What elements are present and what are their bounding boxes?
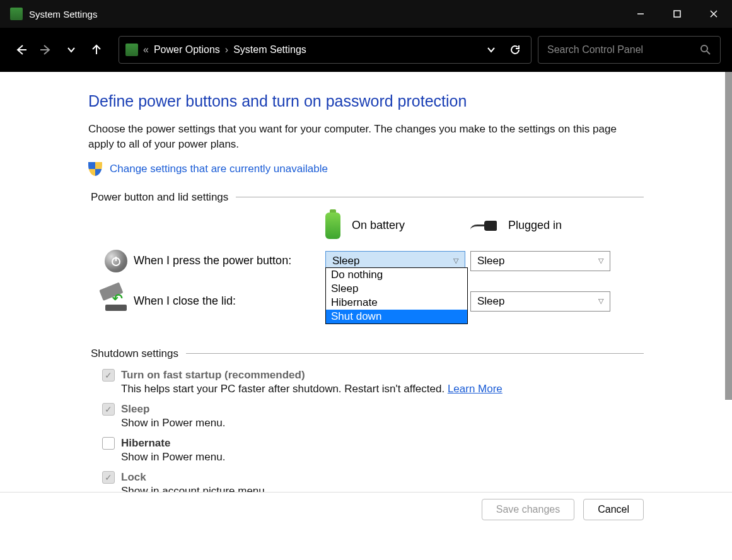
menu-option-do-nothing[interactable]: Do nothing bbox=[326, 268, 467, 282]
learn-more-link[interactable]: Learn More bbox=[448, 383, 503, 395]
back-button[interactable] bbox=[11, 40, 30, 59]
col-plugged-in-label: Plugged in bbox=[508, 219, 562, 232]
maximize-button[interactable] bbox=[659, 0, 695, 28]
breadcrumb[interactable]: « Power Options › System Settings bbox=[119, 36, 532, 64]
close-lid-plugged-in-dropdown[interactable]: Sleep ▽ bbox=[470, 291, 610, 312]
breadcrumb-sep: › bbox=[225, 44, 228, 55]
up-button[interactable] bbox=[87, 40, 106, 59]
hibernate-checkbox[interactable] bbox=[102, 437, 115, 450]
lock-label: Lock bbox=[121, 471, 146, 484]
power-button-plugged-in-dropdown[interactable]: Sleep ▽ bbox=[470, 251, 610, 271]
power-button-label: When I press the power button: bbox=[134, 254, 325, 267]
minimize-button[interactable] bbox=[622, 0, 659, 28]
titlebar: System Settings bbox=[0, 0, 732, 28]
page-intro: Choose the power settings that you want … bbox=[88, 122, 644, 152]
divider bbox=[236, 197, 644, 197]
col-on-battery-label: On battery bbox=[352, 219, 405, 232]
save-changes-button[interactable]: Save changes bbox=[482, 499, 574, 520]
footer: Save changes Cancel bbox=[0, 492, 732, 526]
breadcrumb-item-power-options[interactable]: Power Options bbox=[154, 44, 220, 55]
hibernate-label: Hibernate bbox=[121, 437, 170, 450]
search-placeholder: Search Control Panel bbox=[547, 44, 694, 55]
svg-rect-1 bbox=[674, 11, 680, 17]
plug-icon bbox=[470, 219, 497, 232]
fast-startup-checkbox[interactable]: ✓ bbox=[102, 369, 115, 382]
group-shutdown-legend: Shutdown settings bbox=[91, 347, 178, 360]
breadcrumb-item-system-settings[interactable]: System Settings bbox=[233, 44, 306, 55]
breadcrumb-prefix: « bbox=[143, 44, 149, 55]
chevron-down-icon: ▽ bbox=[598, 257, 603, 265]
power-button-plugged-in-value: Sleep bbox=[477, 255, 598, 267]
svg-point-4 bbox=[701, 45, 707, 52]
navbar: « Power Options › System Settings Search… bbox=[0, 28, 732, 72]
page-title: Define power buttons and turn on passwor… bbox=[88, 92, 644, 110]
menu-option-sleep[interactable]: Sleep bbox=[326, 282, 467, 296]
search-icon bbox=[700, 44, 711, 55]
power-button-on-battery-value: Sleep bbox=[332, 255, 453, 267]
forward-button[interactable] bbox=[37, 40, 55, 59]
lock-checkbox[interactable]: ✓ bbox=[102, 471, 115, 484]
chevron-down-icon: ▽ bbox=[598, 297, 603, 305]
close-lid-plugged-in-value: Sleep bbox=[477, 295, 598, 308]
app-icon bbox=[10, 8, 23, 20]
sleep-desc: Show in Power menu. bbox=[121, 417, 644, 429]
power-button-on-battery-menu: Do nothing Sleep Hibernate Shut down bbox=[325, 267, 468, 324]
group-power-button-lid-legend: Power button and lid settings bbox=[91, 191, 228, 204]
close-button[interactable] bbox=[695, 0, 732, 28]
chevron-down-icon: ▽ bbox=[453, 257, 458, 265]
fast-startup-desc: This helps start your PC faster after sh… bbox=[121, 383, 448, 395]
recent-dropdown-button[interactable] bbox=[62, 40, 81, 59]
window-title: System Settings bbox=[29, 9, 97, 20]
menu-option-shut-down[interactable]: Shut down bbox=[326, 310, 467, 324]
sleep-checkbox[interactable]: ✓ bbox=[102, 403, 115, 416]
change-unavailable-settings-link[interactable]: Change settings that are currently unava… bbox=[110, 163, 328, 175]
power-button-icon bbox=[105, 250, 127, 272]
scrollbar-thumb[interactable] bbox=[725, 72, 732, 400]
refresh-button[interactable] bbox=[506, 40, 525, 59]
fast-startup-label: Turn on fast startup (recommended) bbox=[121, 369, 305, 382]
menu-option-hibernate[interactable]: Hibernate bbox=[326, 296, 467, 310]
lid-icon: ↶ bbox=[103, 292, 129, 311]
divider bbox=[186, 353, 644, 354]
breadcrumb-icon bbox=[125, 44, 138, 56]
svg-line-5 bbox=[707, 51, 710, 54]
battery-icon bbox=[325, 213, 340, 239]
scrollbar[interactable] bbox=[725, 72, 732, 526]
hibernate-desc: Show in Power menu. bbox=[121, 451, 644, 464]
sleep-label: Sleep bbox=[121, 403, 149, 416]
breadcrumb-expand-button[interactable] bbox=[482, 40, 501, 59]
close-lid-label: When I close the lid: bbox=[134, 295, 325, 308]
search-input[interactable]: Search Control Panel bbox=[538, 36, 721, 64]
cancel-button[interactable]: Cancel bbox=[583, 499, 644, 520]
shield-icon bbox=[88, 162, 102, 176]
